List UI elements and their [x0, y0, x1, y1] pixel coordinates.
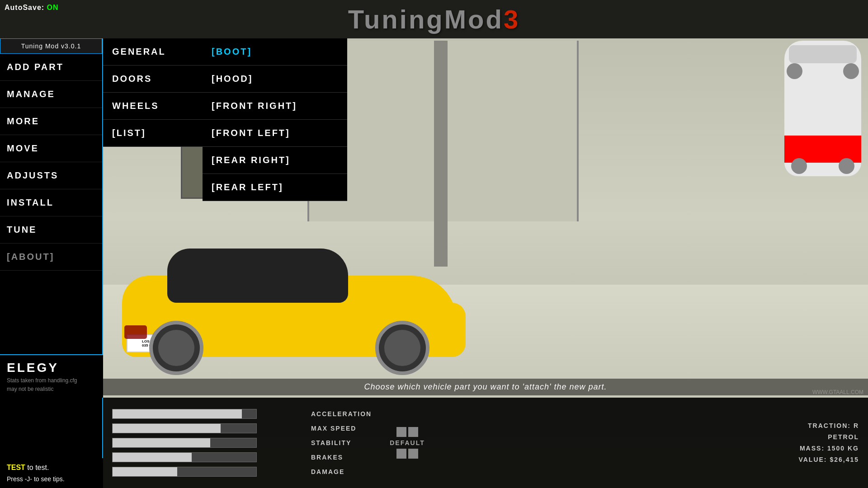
test-label: TEST to test. [7, 464, 96, 472]
def-square-3 [396, 449, 406, 459]
menu-item-general[interactable]: GENERAL [103, 38, 203, 66]
def-square-2 [408, 427, 418, 437]
sidebar-item-adjusts[interactable]: ADJUSTS [0, 162, 102, 189]
stat-label-stability: STABILITY [311, 438, 372, 448]
mass-stat: MASS: 1500 KG [798, 443, 859, 454]
press-tip: Press -J- to see tips. [7, 475, 96, 483]
sidebar-version: Tuning Mod v3.0.1 [0, 38, 102, 54]
sidebar-item-install[interactable]: INSTALL [0, 189, 102, 216]
stat-bars-container [112, 409, 302, 477]
car-stats-note2: may not be realistic [7, 386, 96, 392]
sidebar-item-manage[interactable]: MANAGE [0, 81, 102, 108]
game-title-number: 3 [504, 5, 520, 34]
value-stat: VALUE: $26,415 [798, 454, 859, 465]
car-name: ELEGY [7, 361, 96, 375]
stat-label-damage: DAMAGE [311, 467, 372, 477]
brakes-bar-bg [112, 452, 257, 462]
traction-stat: TRACTION: R [798, 420, 859, 432]
test-keyword: TEST [7, 464, 25, 471]
fuel-stat: PETROL [798, 432, 859, 443]
stat-bar-damage [112, 467, 302, 477]
sidebar-item-move[interactable]: MOVE [0, 135, 102, 162]
maxspeed-bar-fill [113, 424, 221, 433]
game-title: TuningMod3 [348, 4, 520, 34]
menu-item-rear-right[interactable]: [REAR RIGHT] [203, 147, 347, 174]
menu-item-hood[interactable]: [HOOD] [203, 66, 347, 93]
stat-bar-acceleration [112, 409, 302, 419]
acceleration-bar-fill [113, 409, 242, 418]
stability-bar-fill [113, 438, 210, 447]
instruction-bar: Choose which vehicle part you want to 'a… [103, 379, 868, 395]
menu-item-wheels[interactable]: WHEELS [103, 93, 203, 120]
autosave-indicator: AutoSave: ON [5, 4, 59, 12]
instruction-text: Choose which vehicle part you want to 'a… [364, 382, 607, 391]
default-area: DEFAULT [390, 427, 425, 459]
stats-bar: ACCELERATION MAX SPEED STABILITY BRAKES … [103, 398, 868, 488]
watermark: WWW.GTAALL.COM [812, 389, 863, 395]
sidebar-item-more[interactable]: MORE [0, 108, 102, 135]
menu-col-2: [BOOT] [HOOD] [FRONT RIGHT] [FRONT LEFT]… [203, 38, 347, 201]
autosave-value: ON [47, 4, 59, 11]
menu-panel: GENERAL DOORS WHEELS [LIST] [BOOT] [HOOD… [103, 38, 347, 201]
menu-item-rear-left[interactable]: [REAR LEFT] [203, 174, 347, 201]
menu-col-1: GENERAL DOORS WHEELS [LIST] [103, 38, 203, 201]
car-name-area: ELEGY Stats taken from handling.cfg may … [0, 354, 103, 398]
damage-bar-bg [112, 467, 257, 477]
car-preview [778, 41, 868, 258]
stat-bar-maxspeed [112, 423, 302, 433]
top-bar: AutoSave: ON TuningMod3 [0, 0, 868, 38]
menu-item-list[interactable]: [LIST] [103, 120, 203, 147]
stat-bar-stability [112, 438, 302, 448]
stat-bar-brakes [112, 452, 302, 462]
damage-bar-fill [113, 467, 177, 476]
brakes-bar-fill [113, 453, 192, 462]
test-text: to test. [27, 464, 49, 471]
menu-item-boot[interactable]: [BOOT] [203, 38, 347, 66]
stat-label-brakes: BRAKES [311, 452, 372, 462]
sidebar-item-add-part[interactable]: ADD PART [0, 54, 102, 81]
def-square-1 [396, 427, 406, 437]
maxspeed-bar-bg [112, 423, 257, 433]
def-square-4 [408, 449, 418, 459]
autosave-label: AutoSave: [5, 4, 44, 11]
sidebar: Tuning Mod v3.0.1 ADD PART MANAGE MORE M… [0, 38, 103, 488]
stat-labels: ACCELERATION MAX SPEED STABILITY BRAKES … [311, 409, 372, 477]
sidebar-item-about[interactable]: [ABOUT] [0, 244, 102, 271]
default-squares-top [396, 427, 418, 437]
acceleration-bar-bg [112, 409, 257, 419]
stat-label-maxspeed: MAX SPEED [311, 423, 372, 433]
stability-bar-bg [112, 438, 257, 448]
game-title-text: TuningMod [348, 5, 504, 34]
menu-item-front-left[interactable]: [FRONT LEFT] [203, 120, 347, 147]
menu-item-front-right[interactable]: [FRONT RIGHT] [203, 93, 347, 120]
stat-label-acceleration: ACCELERATION [311, 409, 372, 419]
sidebar-bottom-hints: TEST to test. Press -J- to see tips. [0, 458, 103, 488]
default-squares-bottom [396, 449, 418, 459]
preview-car-body [784, 41, 861, 176]
default-label: DEFAULT [390, 439, 425, 446]
sidebar-item-tune[interactable]: TUNE [0, 216, 102, 244]
menu-item-doors[interactable]: DOORS [103, 66, 203, 93]
car-stats-note1: Stats taken from handling.cfg [7, 377, 96, 384]
right-stats: TRACTION: R PETROL MASS: 1500 KG VALUE: … [798, 420, 859, 466]
